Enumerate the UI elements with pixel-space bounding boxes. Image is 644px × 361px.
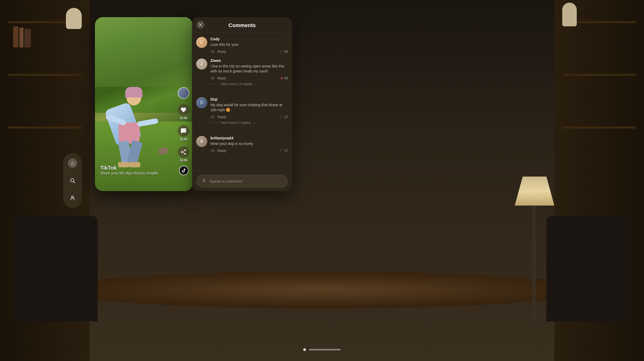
comment-divider [196, 94, 288, 94]
speak-placeholder-text: Speak to comment [209, 179, 242, 183]
like-count-value: 17 [284, 149, 288, 153]
chevron-down-icon: ⌄ [254, 82, 257, 86]
video-background: TikTok Share your life #fyp #foryou #myl… [95, 17, 193, 191]
comment-divider [196, 133, 288, 133]
view-more-text: View more 13 replies [220, 82, 252, 86]
comment-username: Ziwen [210, 58, 288, 63]
comments-header: Comments [192, 17, 292, 33]
comment-likes[interactable]: ♡ 58 [280, 50, 288, 54]
view-more-replies-button[interactable]: View more 13 replies ⌄ [210, 82, 288, 86]
like-count-value: 58 [284, 50, 288, 53]
reply-button[interactable]: Reply [217, 76, 226, 80]
comments-panel: Comments C Cody Love this for you! 2d Re… [192, 17, 292, 191]
view-more-text: View more 6 replies [220, 121, 251, 125]
comment-likes[interactable]: ♥ 58 [281, 76, 288, 80]
scroll-progress-bar [309, 349, 341, 350]
like-count: 12.8k [180, 116, 188, 120]
comment-content-ziwen: Ziwen I live in the city so seeing open … [210, 58, 288, 89]
nav-home-button[interactable]: ⌂ [68, 158, 77, 168]
nav-sidebar: ⌂ [63, 153, 82, 208]
svg-line-1 [74, 182, 75, 183]
heart-icon: ♡ [280, 149, 283, 153]
video-panel[interactable]: TikTok Share your life #fyp #foryou #myl… [95, 17, 193, 191]
comment-item: D Diqi My dog would for sure chasing tha… [196, 97, 288, 128]
comment-time: 2d [210, 76, 214, 80]
reply-button[interactable]: Reply [217, 149, 226, 153]
comment-item: B brittaniyna24 Wow your dog is so lovel… [196, 136, 288, 153]
comment-text: Love this for you! [210, 42, 288, 47]
comment-avatar-ziwen: Z [196, 58, 207, 70]
view-more-line [210, 84, 218, 84]
comment-text: I live in the city so seeing open areas … [210, 64, 288, 74]
view-more-line [210, 123, 218, 123]
coffee-table [53, 271, 591, 308]
comment-time: 2d [210, 149, 214, 153]
nav-profile-button[interactable] [68, 193, 77, 203]
comment-avatar-diqi: D [196, 97, 207, 108]
comment-content-brittaniyna: brittaniyna24 Wow your dog is so lovely … [210, 136, 288, 153]
reply-button[interactable]: Reply [217, 115, 226, 119]
nav-search-button[interactable] [68, 176, 77, 185]
comment-action-row: 2d Reply ♥ 58 [210, 76, 288, 80]
comment-time: 2d [210, 115, 214, 119]
comment-content-diqi: Diqi My dog would for sure chasing that … [210, 97, 288, 128]
comment-time: 2d [210, 50, 214, 53]
heart-icon: ♡ [280, 50, 283, 54]
comment-text: Wow your dog is so lovely [210, 141, 288, 147]
speak-to-comment-button[interactable]: Speak to comment [196, 174, 288, 188]
like-count-value: 17 [284, 115, 288, 119]
comment-action-row: 2d Reply ♡ 17 [210, 149, 288, 153]
comment-item: Z Ziwen I live in the city so seeing ope… [196, 58, 288, 89]
dog-figure [158, 146, 171, 157]
close-comments-button[interactable] [196, 21, 205, 29]
chevron-down-icon: ⌄ [253, 121, 256, 125]
comment-action-row: 2d Reply ♡ 58 [210, 50, 288, 54]
speak-input-area: Speak to comment [192, 171, 292, 191]
sofa-left [13, 216, 98, 321]
sofa-right [546, 216, 631, 321]
comment-username: brittaniyna24 [210, 136, 288, 140]
comment-text: My dog would for sure chasing that drone… [210, 103, 288, 113]
heart-icon-filled: ♥ [281, 76, 283, 80]
comments-list: C Cody Love this for you! 2d Reply ♡ 58 … [192, 33, 292, 171]
comment-username: Diqi [210, 97, 288, 101]
comment-item: C Cody Love this for you! 2d Reply ♡ 58 [196, 37, 288, 54]
comment-avatar-cody: C [196, 37, 207, 48]
reply-button[interactable]: Reply [217, 50, 226, 53]
scroll-dot-active [303, 348, 306, 351]
person-figure [103, 75, 164, 167]
like-count-value: 58 [284, 76, 288, 80]
comment-likes[interactable]: ♡ 17 [280, 149, 288, 153]
scroll-indicators [303, 348, 341, 351]
comment-username: Cody [210, 37, 288, 41]
view-more-replies-button[interactable]: View more 6 replies ⌄ [210, 121, 288, 125]
svg-point-2 [71, 196, 73, 198]
comment-avatar-brittaniyna: B [196, 136, 207, 147]
heart-icon: ♡ [280, 115, 283, 119]
microphone-icon [201, 178, 206, 184]
comments-title: Comments [228, 22, 256, 28]
comment-content-cody: Cody Love this for you! 2d Reply ♡ 58 [210, 37, 288, 54]
comment-likes[interactable]: ♡ 17 [280, 115, 288, 119]
comment-action-row: 2d Reply ♡ 17 [210, 115, 288, 119]
floor-lamp-pole [532, 192, 536, 324]
